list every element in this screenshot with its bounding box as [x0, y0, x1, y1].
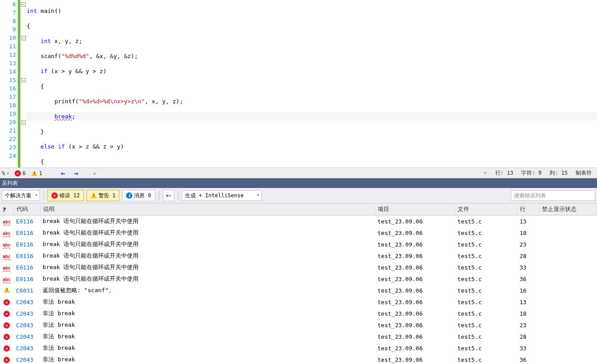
messages-filter-button[interactable]: i消息 0	[122, 190, 155, 201]
error-row[interactable]: abcE0116break 语句只能在循环或开关中使用test_23.09.06…	[0, 215, 597, 227]
error-count[interactable]: ✕6	[15, 170, 26, 176]
error-row[interactable]: abcE0116break 语句只能在循环或开关中使用test_23.09.06…	[0, 227, 597, 239]
error-file: test5.c	[455, 354, 517, 364]
error-row[interactable]: abcE0116break 语句只能在循环或开关中使用test_23.09.06…	[0, 262, 597, 273]
error-suppress	[539, 285, 597, 296]
line-number-gutter: 6789101112131415161718192021222324	[0, 0, 18, 168]
caret-line-label: 行: 13	[495, 169, 514, 177]
error-project: test_23.09.06	[375, 227, 455, 239]
error-row[interactable]: abcE0116break 语句只能在循环或开关中使用test_23.09.06…	[0, 250, 597, 262]
error-project: test_23.09.06	[375, 239, 455, 250]
error-row[interactable]: ✕C2043非法 breaktest_23.09.06test5.c28	[0, 331, 597, 342]
error-suppress	[539, 273, 597, 285]
error-code-link[interactable]: C2043	[16, 322, 33, 329]
error-description: break 语句只能在循环或开关中使用	[40, 227, 375, 239]
error-row[interactable]: ✕C2043非法 breaktest_23.09.06test5.c33	[0, 342, 597, 354]
scroll-right-icon[interactable]: ▸	[484, 169, 487, 177]
error-code-link[interactable]: E0116	[16, 264, 33, 271]
error-code-link[interactable]: C2043	[16, 345, 33, 352]
error-code-link[interactable]: E0116	[16, 230, 33, 236]
header-suppress[interactable]: 禁止显示状态	[539, 204, 597, 215]
error-code-link[interactable]: C2043	[16, 299, 33, 305]
nav-back-button[interactable]: ←	[61, 169, 65, 177]
error-code-link[interactable]: E0116	[16, 253, 33, 259]
error-code-link[interactable]: C2043	[16, 333, 33, 340]
zoom-dropdown[interactable]: % ▾	[2, 170, 9, 176]
error-file: test5.c	[455, 331, 517, 342]
error-description: 返回值被忽略: "scanf"。	[40, 285, 375, 296]
caret-col-label: 列: 15	[550, 169, 568, 177]
error-line: 18	[517, 308, 539, 319]
header-project[interactable]: 项目	[375, 204, 455, 215]
grid-header-row[interactable]: ⁋ 代码 说明 项目 文件 行 禁止显示状态	[0, 204, 597, 215]
error-list-toolbar: 个解决方案 ✕错误 12 警告 1 i消息 0 ✕▾ 生成 + IntelliS…	[0, 188, 597, 203]
code-text[interactable]: int main() { int x, y, z; scanf("%d%d%d"…	[27, 0, 597, 168]
error-code-link[interactable]: C6031	[16, 287, 33, 294]
error-file: test5.c	[455, 250, 517, 262]
error-suppress	[539, 215, 597, 227]
search-error-list-input[interactable]: 搜索错误列表	[511, 190, 595, 201]
error-icon: ✕	[4, 299, 10, 305]
header-line[interactable]: 行	[517, 204, 539, 215]
error-file: test5.c	[455, 342, 517, 354]
error-project: test_23.09.06	[375, 262, 455, 273]
error-project: test_23.09.06	[375, 354, 455, 364]
error-row[interactable]: C6031返回值被忽略: "scanf"。test_23.09.06test5.…	[0, 285, 597, 296]
filter-button[interactable]: ✕▾	[163, 190, 174, 201]
error-code-link[interactable]: C2043	[16, 310, 33, 317]
warning-count[interactable]: 1	[31, 170, 42, 176]
error-description: 非法 break	[40, 342, 375, 354]
error-icon: ✕	[15, 170, 21, 176]
error-file: test5.c	[455, 319, 517, 331]
scope-dropdown[interactable]: 个解决方案	[2, 190, 40, 201]
error-description: 非法 break	[40, 308, 375, 319]
error-icon: ✕	[4, 334, 10, 340]
error-description: 非法 break	[40, 319, 375, 331]
warning-icon	[4, 287, 10, 293]
nav-forward-button[interactable]: →	[74, 169, 79, 177]
error-file: test5.c	[455, 273, 517, 285]
errors-filter-button[interactable]: ✕错误 12	[47, 190, 84, 201]
warnings-filter-button[interactable]: 警告 1	[87, 190, 119, 201]
header-severity[interactable]: ⁋	[0, 204, 13, 215]
error-line: 23	[517, 319, 539, 331]
build-intellisense-dropdown[interactable]: 生成 + IntelliSense	[182, 190, 262, 201]
error-suppress	[539, 331, 597, 342]
error-line: 36	[517, 273, 539, 285]
header-description[interactable]: 说明	[40, 204, 375, 215]
error-description: 非法 break	[40, 296, 375, 308]
error-row[interactable]: ✕C2043非法 breaktest_23.09.06test5.c36	[0, 354, 597, 364]
error-project: test_23.09.06	[375, 215, 455, 227]
scroll-left-icon[interactable]: ◂	[92, 170, 95, 176]
error-row[interactable]: ✕C2043非法 breaktest_23.09.06test5.c23	[0, 319, 597, 331]
error-suppress	[539, 319, 597, 331]
error-row[interactable]: ✕C2043非法 breaktest_23.09.06test5.c18	[0, 308, 597, 319]
error-row[interactable]: abcE0116break 语句只能在循环或开关中使用test_23.09.06…	[0, 273, 597, 285]
error-code-link[interactable]: E0116	[16, 276, 33, 282]
fold-gutter[interactable]: − − − −	[20, 0, 27, 168]
error-description: break 语句只能在循环或开关中使用	[40, 239, 375, 250]
info-icon: i	[126, 192, 132, 199]
warning-icon	[91, 193, 97, 198]
error-file: test5.c	[455, 215, 517, 227]
error-row[interactable]: ✕C2043非法 breaktest_23.09.06test5.c13	[0, 296, 597, 308]
error-code-link[interactable]: E0116	[16, 241, 33, 248]
error-icon: ✕	[4, 322, 10, 329]
header-file[interactable]: 文件	[455, 204, 517, 215]
error-line: 28	[517, 250, 539, 262]
error-project: test_23.09.06	[375, 250, 455, 262]
error-list-grid[interactable]: ⁋ 代码 说明 项目 文件 行 禁止显示状态 abcE0116break 语句只…	[0, 203, 597, 364]
error-suppress	[539, 227, 597, 239]
error-icon: ✕	[4, 357, 10, 363]
error-code-link[interactable]: C2043	[16, 356, 33, 363]
intellisense-icon: abc	[3, 266, 11, 270]
error-description: break 语句只能在循环或开关中使用	[40, 250, 375, 262]
error-list-panel-title: 吴列表	[0, 178, 597, 188]
error-line: 16	[517, 285, 539, 296]
error-row[interactable]: abcE0116break 语句只能在循环或开关中使用test_23.09.06…	[0, 239, 597, 250]
error-code-link[interactable]: E0116	[16, 218, 33, 225]
code-editor[interactable]: 6789101112131415161718192021222324 − − −…	[0, 0, 597, 168]
header-code[interactable]: 代码	[13, 204, 40, 215]
error-project: test_23.09.06	[375, 331, 455, 342]
error-suppress	[539, 354, 597, 364]
